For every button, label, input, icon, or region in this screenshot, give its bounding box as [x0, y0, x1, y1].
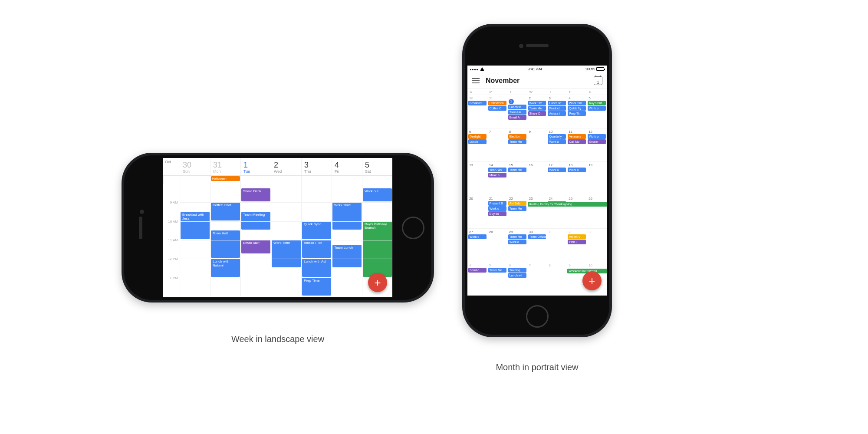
- month-day-cell[interactable]: 7: [527, 262, 547, 295]
- event-chip[interactable]: Present B: [488, 201, 506, 206]
- event-chip[interactable]: Team Me: [508, 206, 526, 211]
- month-day-cell[interactable]: 18Work o: [567, 162, 587, 195]
- today-icon[interactable]: 1: [594, 76, 602, 85]
- event-chip[interactable]: Email A: [508, 115, 526, 120]
- event-block[interactable]: Work out: [363, 188, 392, 202]
- month-day-cell[interactable]: 13: [467, 162, 487, 195]
- month-day-cell[interactable]: 26: [587, 195, 607, 228]
- month-day-cell[interactable]: 4Send c: [467, 262, 487, 295]
- event-chip[interactable]: Work Tim: [568, 101, 586, 105]
- event-chip[interactable]: Work o: [468, 234, 487, 239]
- week-day-header[interactable]: 30 Sun: [180, 158, 210, 175]
- month-day-cell[interactable]: 3: [587, 229, 607, 262]
- event-chip[interactable]: Quarterly: [548, 134, 566, 139]
- month-day-cell[interactable]: 11VeteransCall Mo: [567, 128, 587, 161]
- month-day-cell[interactable]: 7: [487, 128, 507, 161]
- event-block[interactable]: Share Deck: [241, 188, 270, 202]
- week-grid[interactable]: 9 AM10 AM11 AM12 PM1 PM Breakfast with J…: [163, 184, 392, 296]
- month-day-cell[interactable]: 21Present BWork oBuy do: [487, 195, 507, 228]
- month-day-cell[interactable]: 29Team MeWork o: [507, 229, 527, 262]
- week-day-header[interactable]: 5 Sat: [362, 158, 392, 175]
- event-chip[interactable]: Coffee C: [488, 106, 506, 111]
- event-chip[interactable]: Veterans: [568, 134, 586, 139]
- event-chip[interactable]: Team Me: [508, 139, 526, 144]
- event-block[interactable]: Breakfast with Jess: [181, 212, 210, 239]
- week-day-header[interactable]: 1 Tue: [240, 158, 271, 175]
- event-chip[interactable]: Grocer: [588, 139, 606, 144]
- month-day-cell[interactable]: 8: [547, 262, 567, 295]
- event-chip[interactable]: Lunch wit: [508, 273, 526, 278]
- event-block[interactable]: Quick Sync: [302, 221, 331, 239]
- event-block[interactable]: Roy's Birthday Brunch: [363, 221, 392, 277]
- month-day-cell[interactable]: 25: [567, 195, 587, 228]
- event-chip[interactable]: Work o: [548, 168, 566, 172]
- event-chip[interactable]: Work o: [588, 106, 606, 111]
- home-button[interactable]: [526, 305, 549, 328]
- month-day-cell[interactable]: 28: [487, 229, 507, 262]
- event-chip[interactable]: Work o: [488, 206, 506, 211]
- allday-event-chip[interactable]: Halloween: [211, 176, 240, 181]
- month-day-cell[interactable]: 27Work o: [467, 229, 487, 262]
- month-day-cell[interactable]: 30Breakfast: [467, 95, 487, 128]
- event-chip[interactable]: Anissa /: [548, 111, 566, 116]
- event-chip[interactable]: Halloween: [488, 101, 506, 105]
- month-day-cell[interactable]: 4Work TimQuick SyPrep Tim: [567, 95, 587, 128]
- event-block[interactable]: Coffee Chat: [211, 202, 240, 220]
- event-chip[interactable]: Aniket V: [568, 234, 586, 239]
- event-block[interactable]: Lunch with Avi: [302, 259, 331, 276]
- event-chip[interactable]: Work o: [588, 134, 606, 139]
- week-day-header[interactable]: 4 Fri: [332, 158, 362, 175]
- event-chip[interactable]: Year / An: [488, 168, 506, 172]
- month-day-cell[interactable]: 14Year / AnMake a: [487, 162, 507, 195]
- month-day-cell[interactable]: 3Lunch wiProductAnissa /: [547, 95, 567, 128]
- month-weeks[interactable]: 30Breakfast31HalloweenCoffee C1Lunch wiT…: [467, 95, 607, 296]
- event-chip[interactable]: Lunch wi: [548, 101, 566, 105]
- event-chip[interactable]: Lunch: [468, 139, 487, 144]
- month-day-cell[interactable]: 6DaylightLunch: [467, 128, 487, 161]
- event-chip[interactable]: Roy's Birt: [588, 101, 606, 105]
- fab-create-event[interactable]: +: [582, 271, 602, 290]
- month-day-cell[interactable]: 5Roy's BirtWork o: [587, 95, 607, 128]
- month-day-cell[interactable]: 20: [467, 195, 487, 228]
- month-day-cell[interactable]: 22Avi SalaTeam Me: [507, 195, 527, 228]
- event-chip[interactable]: Work Tim: [528, 101, 546, 105]
- event-chip[interactable]: Work o: [508, 240, 526, 244]
- month-day-cell[interactable]: 17Work o: [547, 162, 567, 195]
- menu-icon[interactable]: [472, 78, 480, 83]
- month-day-cell[interactable]: 1Lunch wiTown HaEmail A: [507, 95, 527, 128]
- event-chip[interactable]: Product: [548, 106, 566, 111]
- event-chip[interactable]: Pick u: [568, 240, 586, 244]
- month-day-cell[interactable]: 30Team Offsite: [527, 229, 547, 262]
- month-day-cell[interactable]: 24Thanksg: [547, 195, 567, 228]
- month-day-cell[interactable]: 5Team Me: [487, 262, 507, 295]
- fab-create-event[interactable]: +: [368, 273, 387, 292]
- event-chip[interactable]: Daylight: [468, 134, 487, 139]
- event-block[interactable]: Email Salit: [241, 240, 270, 253]
- event-block[interactable]: Team Meeting: [241, 212, 270, 230]
- event-chip[interactable]: Team Me: [508, 168, 526, 172]
- month-day-cell[interactable]: 9: [527, 128, 547, 161]
- month-day-cell[interactable]: 19: [587, 162, 607, 195]
- event-chip[interactable]: Team Offsite: [528, 234, 546, 239]
- event-chip[interactable]: Lunch wi: [508, 105, 526, 109]
- event-chip-multiday[interactable]: Hosting Family for Thanksgiving: [528, 202, 607, 207]
- event-chip[interactable]: Work o: [568, 168, 586, 172]
- event-chip[interactable]: Work o: [548, 139, 566, 144]
- week-day-header[interactable]: 31 Mon: [210, 158, 240, 175]
- month-day-cell[interactable]: 8ElectionTeam Me: [507, 128, 527, 161]
- month-day-cell[interactable]: 2Work TimTeam MeShare D: [527, 95, 547, 128]
- home-button[interactable]: [402, 217, 424, 239]
- month-day-cell[interactable]: 6TrainingLunch wit: [507, 262, 527, 295]
- month-day-cell[interactable]: 16: [527, 162, 547, 195]
- month-day-cell[interactable]: 2Aniket VPick u: [567, 229, 587, 262]
- event-chip[interactable]: Quick Sy: [568, 106, 586, 111]
- month-day-cell[interactable]: 15Team Me: [507, 162, 527, 195]
- event-chip[interactable]: Training: [508, 268, 526, 273]
- event-chip[interactable]: Breakfast: [468, 101, 487, 105]
- event-chip[interactable]: Team Me: [528, 106, 546, 111]
- event-chip[interactable]: Team Me: [488, 268, 506, 273]
- event-chip[interactable]: Town Ha: [508, 110, 526, 115]
- event-chip[interactable]: Call Mo: [568, 139, 586, 144]
- event-block[interactable]: Prep Time: [302, 278, 331, 296]
- event-block[interactable]: Lunch with Naiomi: [211, 259, 240, 276]
